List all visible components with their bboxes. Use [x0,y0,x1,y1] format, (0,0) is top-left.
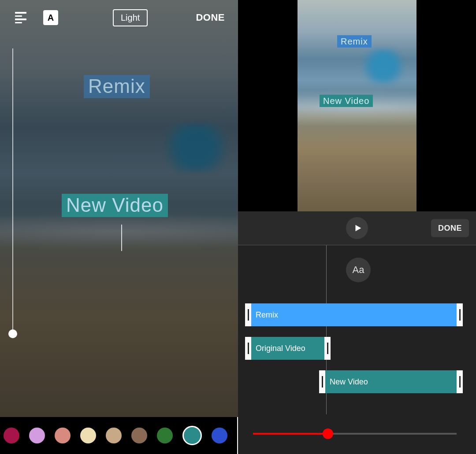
color-swatch-cream[interactable] [80,428,96,443]
done-button[interactable]: DONE [431,219,469,237]
play-icon [353,223,363,233]
preview-sky-detail [359,48,408,84]
align-button[interactable] [13,10,28,25]
zoom-thumb[interactable] [323,428,333,439]
clip-new-video[interactable]: New Video [319,370,463,393]
font-size-rail[interactable] [12,48,13,330]
caption-remix[interactable]: Remix [84,75,150,98]
text-background-toggle[interactable]: A [43,10,58,25]
color-swatch-magenta[interactable] [4,428,19,443]
clip-handle-left[interactable] [245,303,251,326]
done-button[interactable]: DONE [196,12,225,23]
color-swatch-brown[interactable] [131,428,147,443]
color-swatch-green[interactable] [157,428,173,443]
clip-handle-right[interactable] [457,370,463,393]
clip-remix[interactable]: Remix [245,303,463,326]
preview-caption-new-video: New Video [320,95,373,107]
color-swatch-lavender[interactable] [29,428,45,443]
color-swatch-row [0,417,238,454]
zoom-fill [253,433,328,435]
preview-caption-remix: Remix [337,35,372,48]
color-swatch-tan[interactable] [106,428,122,443]
clip-handle-left[interactable] [245,337,251,360]
text-caret [121,225,122,251]
clip-handle-right[interactable] [457,303,463,326]
clip-original-video[interactable]: Original Video [245,337,331,360]
clip-handle-right[interactable] [324,337,331,360]
clip-label: Remix [256,310,278,320]
zoom-slider[interactable] [253,428,457,439]
clip-label: New Video [330,377,368,387]
play-button[interactable] [346,217,368,239]
preview-area: Remix New Video [238,0,476,211]
color-swatch-teal[interactable] [182,426,202,445]
timeline[interactable]: Aa Remix Original Video New Video [238,245,476,454]
playback-bar: DONE [238,211,476,245]
font-size-knob[interactable] [8,329,17,338]
text-editor-panel: A Light DONE Remix New Video [0,0,238,454]
dim-overlay [0,0,238,454]
preview-frame[interactable]: Remix New Video [298,0,416,211]
color-swatch-blue[interactable] [212,428,227,443]
clip-handle-left[interactable] [319,370,325,393]
text-toolbar: A Light DONE [0,0,238,35]
font-style-button[interactable]: Light [113,9,148,26]
clip-label: Original Video [256,344,305,353]
timeline-panel: Remix New Video DONE Aa Remix Original V… [238,0,476,454]
caption-new-video[interactable]: New Video [62,194,168,217]
color-swatch-salmon[interactable] [55,428,71,443]
add-text-button[interactable]: Aa [346,258,371,282]
